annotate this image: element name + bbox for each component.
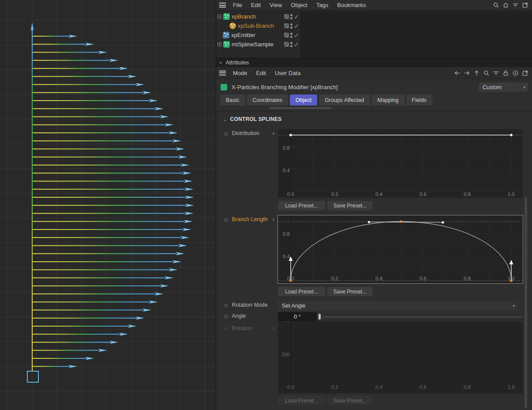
object-name-mtsplinesample[interactable]: mtSplineSample — [232, 41, 273, 48]
svg-text:0.8: 0.8 — [283, 145, 290, 150]
rotation-mode-dropdown[interactable]: Set Angle▾ — [278, 301, 518, 310]
param-angle[interactable]: ◇Angle — [216, 312, 278, 320]
angle-value-field[interactable]: 0 ° — [278, 312, 317, 321]
object-name-xpemitter[interactable]: xpEmitter — [231, 32, 255, 38]
param-label-text: Rotation — [232, 325, 252, 331]
menu-user-data[interactable]: User Data — [270, 70, 305, 76]
xp-subbranch-icon — [229, 23, 236, 29]
menu-bookmarks[interactable]: Bookmarks — [333, 2, 370, 8]
enabled-check-icon[interactable]: ✓ — [294, 14, 299, 20]
viewport-canvas[interactable] — [0, 0, 216, 410]
object-name-xpsub-branch[interactable]: xpSub-Branch — [238, 23, 274, 29]
visibility-dots-icon[interactable] — [290, 23, 292, 29]
object-name-xpbranch[interactable]: xpBranch — [232, 13, 256, 20]
xp-branch-icon — [223, 13, 230, 20]
tab-scrollbar[interactable] — [269, 107, 332, 109]
svg-text:0.0: 0.0 — [287, 192, 294, 197]
dropdown-value: Set Angle — [278, 303, 513, 309]
tab-object[interactable]: Object — [290, 94, 317, 105]
object-title: X-Particles Branching Modifier [xpBranch… — [232, 84, 338, 90]
layer-toggle-icon[interactable] — [284, 23, 289, 28]
param-branch-length[interactable]: ◇Branch Length› — [216, 216, 278, 223]
param-label-text: Distribution — [232, 130, 259, 136]
right-panel: FileEditViewObjectTagsBookmarks −xpBranc… — [216, 0, 532, 410]
spline-graph-rotation: 4002000.00.20.40.60.81.0 — [278, 321, 523, 393]
mt-spline-icon — [223, 41, 230, 48]
layer-toggle-icon[interactable] — [284, 33, 289, 38]
svg-text:0.4: 0.4 — [375, 192, 383, 197]
param-rotation-mode[interactable]: ◇Rotation Mode — [216, 301, 278, 308]
menu-mode[interactable]: Mode — [229, 70, 252, 76]
attributes-menubar: ModeEditUser Data — [216, 67, 532, 79]
object-tree-column: −xpBranch✓xpSub-Branch✓xpEmitter✓+mtSpli… — [216, 11, 301, 58]
lock-icon[interactable] — [502, 69, 509, 76]
expand-icon[interactable]: + — [217, 42, 221, 46]
search-icon[interactable] — [492, 2, 499, 9]
search-icon[interactable] — [483, 69, 490, 76]
collapse-icon[interactable]: − — [217, 15, 221, 19]
enabled-check-icon[interactable]: ✓ — [294, 32, 299, 38]
svg-text:0.2: 0.2 — [331, 192, 338, 197]
filter-icon[interactable] — [512, 2, 519, 9]
save-preset-button[interactable]: Save Preset... — [327, 287, 373, 296]
load-preset-button[interactable]: Load Preset... — [278, 201, 325, 210]
preset-dropdown[interactable]: Custom ▾ — [479, 83, 528, 92]
angle-slider-handle[interactable] — [318, 314, 321, 320]
menu-view[interactable]: View — [265, 2, 286, 8]
menu-object[interactable]: Object — [286, 2, 312, 8]
filter-icon[interactable] — [492, 69, 499, 76]
param-rotation[interactable]: ◇Rotation› — [216, 325, 278, 332]
object-toggles: ✓ — [284, 14, 301, 20]
tab-coordinates[interactable]: Coordinates — [247, 94, 288, 105]
tree-row-mtsplinesample[interactable]: +mtSplineSample✓ — [216, 40, 301, 49]
tab-mapping[interactable]: Mapping — [372, 94, 405, 105]
spline-graph-branch_length[interactable]: 0.80.40.00.20.40.60.81.0 — [278, 215, 523, 283]
svg-text:0.4: 0.4 — [375, 276, 383, 281]
arrow-right-icon[interactable] — [463, 69, 470, 76]
menu-edit[interactable]: Edit — [247, 2, 265, 8]
chevron-right-icon: › — [273, 325, 274, 331]
diamond-icon: ◇ — [224, 313, 228, 319]
layer-toggle-icon[interactable] — [284, 42, 289, 47]
layer-toggle-icon[interactable] — [284, 14, 289, 19]
hamburger-icon[interactable] — [219, 3, 226, 8]
menu-file[interactable]: File — [229, 2, 247, 8]
target-icon[interactable] — [512, 69, 519, 76]
menu-tags[interactable]: Tags — [312, 2, 333, 8]
tab-groups-affected[interactable]: Groups Affected — [319, 94, 370, 105]
svg-text:0.6: 0.6 — [420, 192, 427, 197]
visibility-dots-icon[interactable] — [290, 14, 292, 19]
param-distribution[interactable]: ◇Distribution› — [216, 130, 278, 137]
tree-row-xpemitter[interactable]: xpEmitter✓ — [216, 30, 301, 40]
external-link-icon[interactable] — [521, 69, 528, 76]
visibility-dots-icon[interactable] — [290, 42, 292, 47]
tree-row-xpsub-branch[interactable]: xpSub-Branch✓ — [216, 21, 301, 30]
param-label-text: Rotation Mode — [232, 302, 267, 308]
menu-edit[interactable]: Edit — [252, 70, 270, 76]
arrow-up-icon[interactable] — [473, 69, 480, 76]
attributes-panel-tab[interactable]: × Attributes — [216, 58, 532, 67]
load-preset-button[interactable]: Load Preset... — [278, 287, 325, 296]
svg-text:0.6: 0.6 — [420, 276, 427, 281]
save-preset-button[interactable]: Save Preset... — [327, 201, 373, 210]
attributes-menu: ModeEditUser Data — [229, 70, 305, 76]
attribute-tabs: BasicCoordinatesObjectGroups AffectedMap… — [220, 94, 432, 105]
chevron-down-icon: ▾ — [520, 83, 528, 92]
enabled-check-icon[interactable]: ✓ — [294, 23, 299, 29]
vertical-scrollbar[interactable] — [525, 197, 527, 408]
angle-slider-track[interactable] — [322, 316, 522, 317]
arrow-left-icon[interactable] — [453, 69, 461, 76]
external-link-icon[interactable] — [521, 2, 528, 9]
close-icon[interactable]: × — [216, 60, 225, 65]
viewport-3d[interactable] — [0, 0, 216, 410]
tree-row-xpbranch[interactable]: −xpBranch✓ — [216, 12, 301, 21]
tab-basic[interactable]: Basic — [220, 94, 245, 105]
spline-graph-distribution[interactable]: 0.80.40.00.20.40.60.81.0 — [278, 129, 523, 198]
attributes-panel-title: Attributes — [225, 60, 249, 66]
home-icon[interactable] — [502, 2, 509, 9]
tab-fields[interactable]: Fields — [406, 94, 432, 105]
visibility-dots-icon[interactable] — [290, 33, 292, 38]
hamburger-icon[interactable] — [219, 71, 226, 75]
section-control-splines[interactable]: ⌄ CONTROL SPLINES — [223, 116, 281, 122]
enabled-check-icon[interactable]: ✓ — [294, 41, 299, 48]
